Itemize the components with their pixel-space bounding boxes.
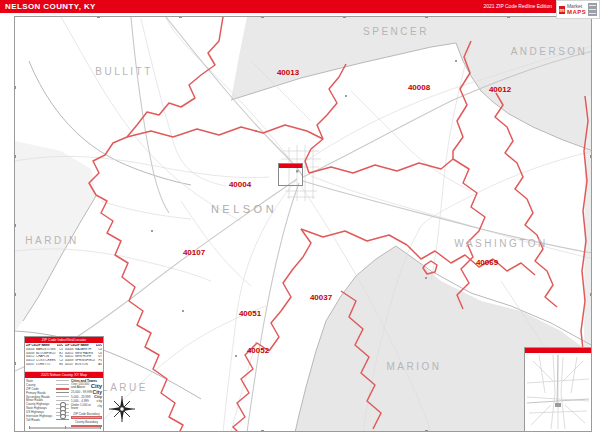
grid-tick	[590, 293, 592, 296]
grid-tick	[425, 16, 428, 18]
legend-body: State County ZIP Code Primary Roads Seco…	[25, 378, 103, 424]
zip-index-row: 40107BOSTONA5	[65, 363, 102, 367]
inset-indicator-header	[279, 164, 302, 168]
edition-label: 2021 ZIP Code Redline Edition	[483, 3, 552, 9]
zip-label-40069: 40069	[476, 258, 498, 267]
legend-cities-column: Cities and Towns Over 100,000 and AboveC…	[71, 379, 102, 423]
scale-bar	[29, 426, 101, 429]
logo-mark-icon: m	[559, 6, 565, 14]
inset-street-map	[525, 353, 591, 431]
zip-label-40004: 40004	[229, 180, 251, 189]
grid-tick	[97, 16, 100, 18]
zip-label-40037: 40037	[310, 293, 332, 302]
zip-label-40008: 40008	[408, 83, 430, 92]
zip-label-40052: 40052	[247, 346, 269, 355]
legend-symbol-list: State County ZIP Code Primary Roads Seco…	[26, 379, 69, 423]
grid-tick	[14, 86, 16, 89]
county-label-bullitt: BULLITT	[95, 66, 153, 77]
zip-label-40013: 40013	[277, 68, 299, 77]
grid-tick	[590, 155, 592, 158]
publisher-logo: m Market MAPS	[556, 0, 600, 19]
zip-label-40012: 40012	[489, 85, 511, 94]
logo-brand-bottom: MAPS	[567, 9, 586, 15]
county-label-nelson: NELSON	[211, 203, 277, 215]
county-label-hardin: HARDIN	[25, 235, 78, 246]
county-label-spencer: SPENCER	[363, 26, 429, 37]
county-label-washington: WASHINGTON	[454, 238, 547, 249]
zip-index-left-column: ZIP Code ZIP Name LOC 40004BARDSTOWNC5 4…	[25, 343, 64, 371]
grid-tick	[14, 293, 16, 296]
compass-rose-icon	[108, 395, 136, 423]
zip-index-row: 40037LORETTOE6	[26, 363, 63, 367]
zip-index-right-column: ZIP Code ZIP Name LOC 40048NAZARETHC4 40…	[64, 343, 103, 371]
downtown-inset-map	[524, 347, 592, 432]
grid-tick	[261, 16, 264, 18]
grid-tick	[179, 16, 182, 18]
header-bar: NELSON COUNTY, KY 2021 ZIP Code Redline …	[0, 0, 600, 13]
legend-panel: ZIP Code Index/Grid Locator ZIP Code ZIP…	[24, 336, 104, 432]
grid-tick	[507, 16, 510, 18]
county-label-anderson: ANDERSON	[511, 46, 588, 57]
grid-tick	[343, 16, 346, 18]
zip-label-40107: 40107	[183, 248, 205, 257]
grid-tick	[261, 430, 264, 432]
grid-tick	[425, 430, 428, 432]
zip-label-40051: 40051	[239, 309, 261, 318]
county-label-marion: MARION	[387, 361, 442, 372]
zip-boundary-sample: ZIP Code Boundary	[71, 412, 102, 419]
inset-indicator-box	[278, 163, 303, 186]
map-document: { "header": { "title": "NELSON COUNTY, K…	[0, 0, 600, 436]
logo-detail-block	[588, 3, 597, 16]
page-title: NELSON COUNTY, KY	[0, 2, 96, 11]
city-class-row: Under 1,000 or fewercity	[71, 404, 102, 411]
zip-index-table: ZIP Code ZIP Name LOC 40004BARDSTOWNC5 4…	[25, 343, 103, 372]
grid-tick	[14, 362, 16, 365]
county-label-larue: LARUE	[102, 382, 148, 393]
grid-tick	[14, 155, 16, 158]
grid-tick	[14, 224, 16, 227]
